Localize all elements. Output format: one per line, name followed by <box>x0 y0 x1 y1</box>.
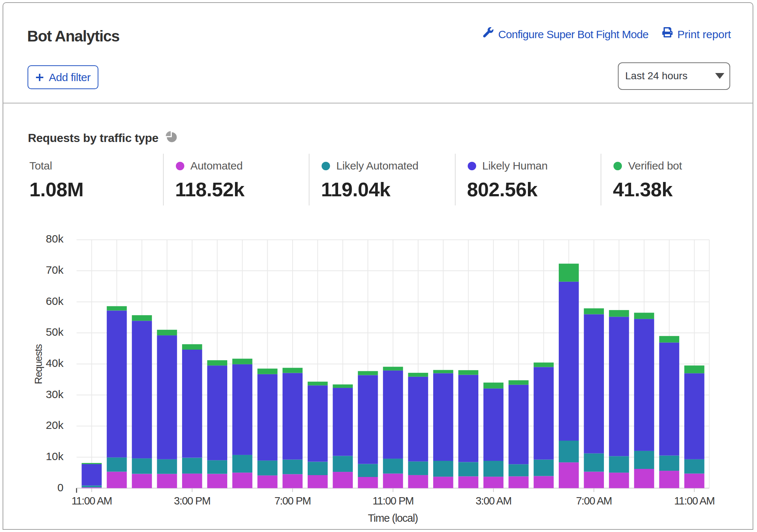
svg-text:3:00 AM: 3:00 AM <box>475 495 511 507</box>
svg-text:60k: 60k <box>46 295 64 307</box>
svg-text:30k: 30k <box>46 388 64 400</box>
svg-text:70k: 70k <box>46 264 64 276</box>
svg-text:40k: 40k <box>46 357 64 369</box>
svg-text:3:00 PM: 3:00 PM <box>174 495 210 507</box>
svg-text:Time (local): Time (local) <box>368 512 418 524</box>
svg-text:7:00 PM: 7:00 PM <box>274 495 311 507</box>
svg-text:20k: 20k <box>46 419 64 431</box>
svg-text:11:00 AM: 11:00 AM <box>72 495 112 507</box>
svg-text:7:00 AM: 7:00 AM <box>576 495 612 507</box>
svg-text:0: 0 <box>57 481 64 493</box>
svg-text:11:00 AM: 11:00 AM <box>674 495 714 507</box>
svg-text:10k: 10k <box>46 450 64 462</box>
svg-text:11:00 PM: 11:00 PM <box>373 495 414 507</box>
svg-text:80k: 80k <box>46 233 64 245</box>
svg-text:50k: 50k <box>46 326 64 338</box>
svg-text:Requests: Requests <box>33 344 44 384</box>
